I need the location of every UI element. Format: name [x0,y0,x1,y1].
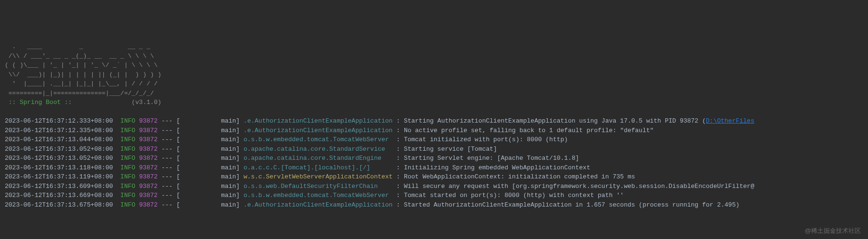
log-thread: [ main] [176,201,240,208]
log-logger: o.a.c.c.C.[Tomcat].[localhost].[/] [243,164,392,171]
log-colon: : [396,136,400,143]
log-pid: 93872 [139,155,158,162]
log-pid: 93872 [139,201,158,208]
log-logger: w.s.c.ServletWebServerApplicationContext [243,173,392,180]
log-message: Will secure any request with [org.spring… [404,183,754,190]
log-pid: 93872 [139,173,158,180]
log-thread: [ main] [176,173,240,180]
spring-boot-label: :: Spring Boot :: [5,99,76,106]
log-line: 2023-06-12T16:37:13.675+08:00 INFO 93872… [5,200,863,210]
banner-line-4: \\/ ___)| |_)| | | | | || (_| | ) ) ) ) [5,71,162,78]
log-colon: : [396,155,400,162]
log-line: 2023-06-12T16:37:13.118+08:00 INFO 93872… [5,163,863,173]
log-separator: --- [162,155,173,162]
banner-line-2: /\\ / ___'_ __ _ _(_)_ __ __ _ \ \ \ \ [5,52,154,60]
log-pid: 93872 [139,127,158,134]
banner-line-1: . ____ _ __ _ _ [5,43,150,50]
log-message: Starting AuthorizationClientExampleAppli… [404,117,706,125]
log-logger: o.apache.catalina.core.StandardService [243,145,392,153]
log-level: INFO [120,127,135,134]
log-message: Tomcat initialized with port(s): 8000 (h… [404,136,568,143]
log-pid: 93872 [139,145,158,153]
log-logger: o.s.s.web.DefaultSecurityFilterChain [243,183,392,190]
log-colon: : [396,192,400,199]
log-logger: .e.AuthorizationClientExampleApplication [243,117,392,125]
log-logger: .e.AuthorizationClientExampleApplication [243,127,392,134]
log-level: INFO [120,155,135,162]
log-message: Tomcat started on port(s): 8000 (http) w… [404,192,624,199]
log-colon: : [396,164,400,171]
log-colon: : [396,201,400,208]
console-output[interactable]: . ____ _ __ _ _ /\\ / ___'_ __ _ _(_)_ _… [5,42,863,209]
log-colon: : [396,127,400,134]
log-thread: [ main] [176,164,240,171]
log-level: INFO [120,117,135,125]
log-timestamp: 2023-06-12T16:37:12.333+08:00 [5,117,113,125]
log-timestamp: 2023-06-12T16:37:13.052+08:00 [5,155,113,162]
log-thread: [ main] [176,136,240,143]
log-pid: 93872 [139,136,158,143]
log-timestamp: 2023-06-12T16:37:13.609+08:00 [5,183,113,190]
log-separator: --- [162,117,173,125]
log-level: INFO [120,173,135,180]
log-separator: --- [162,201,173,208]
log-message: Started AuthorizationClientExampleApplic… [404,201,739,208]
log-lines-container: 2023-06-12T16:37:12.333+08:00 INFO 93872… [5,116,863,209]
log-colon: : [396,117,400,125]
log-thread: [ main] [176,145,240,153]
banner-line-3: ( ( )\___ | '_ | '_| | '_ \/ _` | \ \ \ … [5,62,158,69]
log-level: INFO [120,164,135,171]
log-level: INFO [120,145,135,153]
log-timestamp: 2023-06-12T16:37:12.335+08:00 [5,127,113,134]
log-pid: 93872 [139,192,158,199]
log-level: INFO [120,192,135,199]
log-timestamp: 2023-06-12T16:37:13.119+08:00 [5,173,113,180]
log-line: 2023-06-12T16:37:12.335+08:00 INFO 93872… [5,126,863,135]
spring-boot-version: (v3.1.0) [131,99,161,106]
log-line: 2023-06-12T16:37:13.609+08:00 INFO 93872… [5,182,863,191]
log-level: INFO [120,183,135,190]
log-timestamp: 2023-06-12T16:37:13.118+08:00 [5,164,113,171]
log-thread: [ main] [176,117,240,125]
spring-boot-version-line: :: Spring Boot :: (v3.1.0) [5,99,162,106]
log-separator: --- [162,192,173,199]
log-separator: --- [162,136,173,143]
log-timestamp: 2023-06-12T16:37:13.044+08:00 [5,136,113,143]
log-separator: --- [162,145,173,153]
log-line: 2023-06-12T16:37:12.333+08:00 INFO 93872… [5,116,863,126]
log-message: No active profile set, falling back to 1… [404,127,654,134]
log-colon: : [396,145,400,153]
log-message: Starting Servlet engine: [Apache Tomcat/… [404,155,579,162]
banner-line-6: =========|_|==============|___/=/_/_/_/ [5,90,154,97]
log-pid: 93872 [139,117,158,125]
banner-line-5: ' |____| .__|_| |_|_| |_\__, | / / / / [5,80,158,87]
log-timestamp: 2023-06-12T16:37:13.675+08:00 [5,201,113,208]
log-thread: [ main] [176,183,240,190]
log-file-link[interactable]: D:\OtherFiles [706,117,754,125]
log-timestamp: 2023-06-12T16:37:13.052+08:00 [5,145,113,153]
log-level: INFO [120,201,135,208]
log-timestamp: 2023-06-12T16:37:13.669+08:00 [5,192,113,199]
log-logger: .e.AuthorizationClientExampleApplication [243,201,392,208]
log-line: 2023-06-12T16:37:13.052+08:00 INFO 93872… [5,145,863,154]
log-line: 2023-06-12T16:37:13.052+08:00 INFO 93872… [5,154,863,163]
log-message: Initializing Spring embedded WebApplicat… [404,164,590,171]
log-thread: [ main] [176,127,240,134]
log-colon: : [396,173,400,180]
log-logger: o.s.b.w.embedded.tomcat.TomcatWebServer [243,136,392,143]
log-line: 2023-06-12T16:37:13.669+08:00 INFO 93872… [5,191,863,200]
log-thread: [ main] [176,192,240,199]
log-level: INFO [120,136,135,143]
log-logger: o.s.b.w.embedded.tomcat.TomcatWebServer [243,192,392,199]
watermark: @稀土掘金技术社区 [805,226,861,236]
log-separator: --- [162,164,173,171]
log-separator: --- [162,127,173,134]
log-pid: 93872 [139,164,158,171]
log-separator: --- [162,183,173,190]
log-colon: : [396,183,400,190]
log-separator: --- [162,173,173,180]
log-message: Starting service [Tomcat] [404,145,497,153]
log-thread: [ main] [176,155,240,162]
log-line: 2023-06-12T16:37:13.119+08:00 INFO 93872… [5,172,863,182]
log-message: Root WebApplicationContext: initializati… [404,173,635,180]
